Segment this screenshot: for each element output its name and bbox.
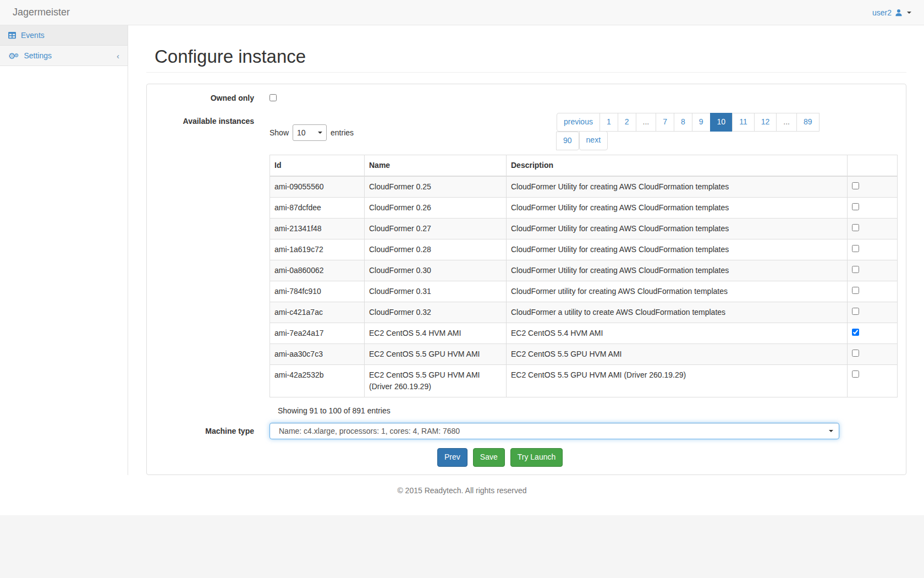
table-row: ami-7ea24a17 EC2 CentOS 5.4 HVM AMI EC2 … xyxy=(270,323,898,343)
instance-id-cell: ami-aa30c7c3 xyxy=(270,343,365,364)
try-launch-button[interactable]: Try Launch xyxy=(510,448,563,467)
page: Jagermeister user2 Events ⚙⚙ Settings ‹ xyxy=(0,0,924,515)
navbar-brand: Jagermeister xyxy=(13,7,70,18)
instance-id-cell: ami-1a619c72 xyxy=(270,239,365,260)
instance-description-cell: EC2 CentOS 5.5 GPU HVM AMI xyxy=(507,343,848,364)
instance-id-cell: ami-7ea24a17 xyxy=(270,323,365,343)
instance-description-cell: CloudFormer a utility to create AWS Clou… xyxy=(507,302,848,323)
page-89[interactable]: 89 xyxy=(796,113,820,132)
instance-description-cell: CloudFormer utility for creating AWS Clo… xyxy=(507,281,848,302)
owned-only-checkbox[interactable] xyxy=(270,94,277,101)
instance-id-cell: ami-21341f48 xyxy=(270,218,365,239)
instance-description-cell: EC2 CentOS 5.4 HVM AMI xyxy=(507,323,848,343)
table-row: ami-0a860062 CloudFormer 0.30 CloudForme… xyxy=(270,260,898,281)
page-1[interactable]: 1 xyxy=(600,113,618,132)
column-header-select xyxy=(848,155,898,176)
table-row: ami-c421a7ac CloudFormer 0.32 CloudForme… xyxy=(270,302,898,323)
page-ellipsis-right: ... xyxy=(776,113,797,132)
caret-down-icon xyxy=(907,12,911,14)
page-previous[interactable]: previous xyxy=(557,113,600,132)
instance-name-cell: CloudFormer 0.27 xyxy=(365,218,507,239)
instance-description-cell: CloudFormer Utility for creating AWS Clo… xyxy=(507,197,848,218)
instance-select-checkbox[interactable] xyxy=(852,350,859,357)
instance-name-cell: CloudFormer 0.31 xyxy=(365,281,507,302)
instance-id-cell: ami-87dcfdee xyxy=(270,197,365,218)
show-label: Show xyxy=(270,128,289,137)
page-7[interactable]: 7 xyxy=(656,113,674,132)
instance-select-checkbox[interactable] xyxy=(852,224,859,231)
table-row: ami-784fc910 CloudFormer 0.31 CloudForme… xyxy=(270,281,898,302)
instance-id-cell: ami-42a2532b xyxy=(270,364,365,397)
footer-copyright: © 2015 Readytech. All rights reserved xyxy=(397,486,526,495)
page-next[interactable]: next xyxy=(579,131,608,150)
table-header-row: Id Name Description xyxy=(270,155,898,176)
instance-id-cell: ami-09055560 xyxy=(270,176,365,198)
instances-table: Id Name Description ami-09055560 CloudFo… xyxy=(270,155,898,397)
sidebar-item-label: Settings xyxy=(24,51,52,60)
instance-select-checkbox[interactable] xyxy=(852,329,859,336)
instance-select-checkbox[interactable] xyxy=(852,245,859,252)
configure-panel: Owned only Available instances Show xyxy=(146,84,906,475)
table-row: ami-21341f48 CloudFormer 0.27 CloudForme… xyxy=(270,218,898,239)
select-caret-icon xyxy=(829,430,833,432)
username: user2 xyxy=(872,8,892,17)
machine-type-value: Name: c4.xlarge, processors: 1, cores: 4… xyxy=(279,427,460,435)
page-ellipsis-left: ... xyxy=(636,113,657,132)
page-size-value: 10 xyxy=(297,128,306,137)
table-summary: Showing 91 to 100 of 891 entries xyxy=(278,406,898,415)
instance-select-checkbox[interactable] xyxy=(852,287,859,294)
page-2[interactable]: 2 xyxy=(618,113,636,132)
instance-id-cell: ami-784fc910 xyxy=(270,281,365,302)
footer: © 2015 Readytech. All rights reserved xyxy=(0,475,924,509)
sidebar-item-label: Events xyxy=(21,31,45,40)
gears-icon: ⚙⚙ xyxy=(8,52,19,60)
instance-name-cell: EC2 CentOS 5.5 GPU HVM AMI (Driver 260.1… xyxy=(365,364,507,397)
save-button[interactable]: Save xyxy=(473,448,505,467)
entries-label: entries xyxy=(331,128,354,137)
column-header-description: Description xyxy=(507,155,848,176)
page-size-select[interactable]: 10 xyxy=(293,124,327,141)
instance-select-checkbox[interactable] xyxy=(852,370,859,378)
sidebar: Events ⚙⚙ Settings ‹ xyxy=(0,25,128,475)
instance-select-checkbox[interactable] xyxy=(852,266,859,273)
page-title: Configure instance xyxy=(155,46,906,67)
table-row: ami-aa30c7c3 EC2 CentOS 5.5 GPU HVM AMI … xyxy=(270,343,898,364)
instance-name-cell: EC2 CentOS 5.5 GPU HVM AMI xyxy=(365,343,507,364)
page-header: Configure instance xyxy=(146,46,906,73)
user-icon xyxy=(895,9,903,17)
instance-id-cell: ami-c421a7ac xyxy=(270,302,365,323)
instance-name-cell: EC2 CentOS 5.4 HVM AMI xyxy=(365,323,507,343)
instance-select-checkbox[interactable] xyxy=(852,308,859,315)
available-instances-label: Available instances xyxy=(155,113,254,126)
page-8[interactable]: 8 xyxy=(674,113,692,132)
instance-select-checkbox[interactable] xyxy=(852,203,859,210)
instance-name-cell: CloudFormer 0.25 xyxy=(365,176,507,198)
sidebar-item-events[interactable]: Events xyxy=(0,25,128,46)
top-navbar: Jagermeister user2 xyxy=(0,0,924,25)
page-12[interactable]: 12 xyxy=(754,113,777,132)
instance-description-cell: CloudFormer Utility for creating AWS Clo… xyxy=(507,176,848,198)
table-row: ami-09055560 CloudFormer 0.25 CloudForme… xyxy=(270,176,898,198)
instance-name-cell: CloudFormer 0.28 xyxy=(365,239,507,260)
instance-description-cell: CloudFormer Utility for creating AWS Clo… xyxy=(507,260,848,281)
sidebar-item-settings[interactable]: ⚙⚙ Settings ‹ xyxy=(0,46,128,66)
select-caret-icon xyxy=(318,132,322,134)
machine-type-label: Machine type xyxy=(155,423,254,435)
instance-name-cell: CloudFormer 0.26 xyxy=(365,197,507,218)
machine-type-select[interactable]: Name: c4.xlarge, processors: 1, cores: 4… xyxy=(270,423,839,439)
page-11[interactable]: 11 xyxy=(732,113,755,132)
page-90[interactable]: 90 xyxy=(556,132,579,150)
instance-description-cell: EC2 CentOS 5.5 GPU HVM AMI (Driver 260.1… xyxy=(507,364,848,397)
column-header-name: Name xyxy=(365,155,507,176)
instance-description-cell: CloudFormer Utility for creating AWS Clo… xyxy=(507,239,848,260)
prev-button[interactable]: Prev xyxy=(437,448,468,467)
instance-name-cell: CloudFormer 0.32 xyxy=(365,302,507,323)
table-icon xyxy=(8,31,16,39)
page-10-active[interactable]: 10 xyxy=(710,113,733,132)
collapse-chevron-icon[interactable]: ‹ xyxy=(117,52,119,60)
instance-select-checkbox[interactable] xyxy=(852,182,859,189)
user-menu[interactable]: user2 xyxy=(872,8,911,17)
table-row: ami-42a2532b EC2 CentOS 5.5 GPU HVM AMI … xyxy=(270,364,898,397)
instance-description-cell: CloudFormer Utility for creating AWS Clo… xyxy=(507,218,848,239)
page-9[interactable]: 9 xyxy=(692,113,711,132)
